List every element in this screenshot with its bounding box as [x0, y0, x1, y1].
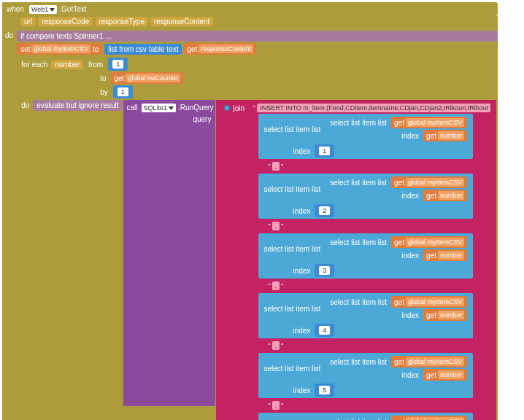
get-number[interactable]: get number — [423, 369, 467, 381]
select-list-label: select list item list — [261, 363, 323, 374]
select-list-label: select list item list — [328, 297, 389, 308]
index-value[interactable]: 3 — [318, 265, 331, 276]
component-dropdown[interactable]: Web1 — [29, 5, 57, 14]
join-label: join — [233, 104, 244, 112]
for-each-label: for each — [18, 59, 50, 70]
index-label: index — [290, 206, 312, 217]
get-label: get — [114, 74, 124, 82]
set-label: set — [20, 45, 30, 53]
index-label: index — [290, 325, 312, 336]
index-value[interactable]: 5 — [318, 385, 331, 395]
select-list-label: select list item list — [261, 124, 323, 135]
by-value[interactable]: 1 — [117, 87, 129, 97]
get-label: get — [187, 45, 197, 53]
query-label: query — [190, 113, 213, 125]
index-label: index — [399, 250, 421, 261]
index-label: index — [290, 265, 312, 276]
select-list-outer[interactable]: select list item listselect list item li… — [258, 353, 494, 398]
select-list-outer[interactable]: select list item listselect list item li… — [258, 293, 494, 338]
select-list-label: select list item list — [328, 117, 389, 128]
index-value[interactable]: 1 — [318, 146, 331, 156]
select-list-label: select list item list — [328, 237, 389, 248]
call-runquery[interactable]: call SQLite1 .RunQuery query — [123, 100, 216, 406]
set-block[interactable]: set global myItemCSV to list from csv ta… — [17, 43, 498, 55]
index-label: index — [399, 310, 421, 321]
comma-text[interactable]: " , " — [264, 340, 494, 351]
to-label: to — [93, 45, 99, 53]
index-value[interactable]: 4 — [318, 325, 331, 335]
index-label: index — [290, 146, 312, 157]
select-list-outer[interactable]: select list item listselect list item li… — [258, 174, 494, 219]
when-gottext-event[interactable]: when Web1 .GotText url responseCode resp… — [2, 2, 498, 420]
if-compare-block[interactable]: if compare texts Spinner1 ... — [17, 31, 498, 42]
index-value[interactable]: 2 — [318, 206, 331, 216]
when-label: when — [4, 4, 27, 15]
select-list-outer[interactable]: select list item listselect list item li… — [258, 233, 494, 279]
get-number[interactable]: get number — [423, 249, 467, 261]
index-label: index — [399, 370, 421, 381]
list-from-csv: list from csv table text — [108, 45, 178, 53]
select-list-label: select list item list — [328, 177, 389, 188]
get-global-csv[interactable]: get global myItemCSV — [391, 176, 467, 188]
select-list-label: select list item list — [261, 303, 323, 314]
do-label: do — [18, 100, 32, 111]
for-each-block[interactable]: for each number from 1 to get global nuC… — [17, 56, 498, 420]
method-name: .RunQuery — [178, 104, 213, 112]
do-label: do — [2, 30, 16, 41]
set-var[interactable]: global myItemCSV — [31, 44, 90, 53]
to-label: to — [96, 73, 110, 84]
select-list-label: select list item list — [328, 416, 389, 421]
get-global-csv[interactable]: get global myItemCSV — [391, 236, 467, 248]
comma-text[interactable]: " , " — [264, 220, 494, 232]
call-label: call — [126, 102, 139, 113]
sql-text[interactable]: INSERT INTO m_item (Fend,CDitem,itemname… — [257, 104, 490, 112]
index-label: index — [290, 385, 312, 396]
index-label: index — [399, 131, 421, 141]
comma-text[interactable]: " , " — [264, 160, 494, 172]
select-list-label: select list item list — [261, 244, 323, 254]
get-global-csv[interactable]: get global myItemCSV — [391, 356, 467, 368]
eval-label: evaluate but ignore result — [36, 101, 118, 109]
get-number[interactable]: get number — [423, 190, 467, 201]
index-label: index — [399, 190, 421, 201]
param-responsetype: responseType — [95, 17, 148, 26]
get-global-csv[interactable]: get global myItemCSV — [391, 296, 467, 308]
to-var[interactable]: global nuCounter — [126, 74, 180, 82]
sqlite-dropdown[interactable]: SQLite1 — [142, 104, 177, 112]
get-var[interactable]: responseContent — [199, 44, 253, 53]
by-label: by — [96, 87, 112, 98]
select-list-label: select list item list — [328, 357, 389, 368]
if-label: if compare texts Spinner1 ... — [20, 32, 112, 40]
comma-text[interactable]: " , " — [264, 400, 494, 411]
param-url: url — [20, 17, 36, 26]
join-block[interactable]: join " INSERT INTO m_item (Fend,CDitem,i… — [216, 100, 496, 420]
param-responsecode: responseCode — [38, 17, 93, 26]
loop-var[interactable]: number — [51, 60, 83, 69]
event-params: url responseCode responseType responseCo… — [2, 16, 498, 30]
get-number[interactable]: get number — [423, 130, 467, 141]
comma-text[interactable]: " , " — [264, 280, 494, 292]
from-label: from — [84, 59, 107, 70]
get-global-csv[interactable]: get global myItemCSV — [391, 117, 467, 128]
get-global-csv[interactable]: get global myItemCSV — [391, 416, 467, 420]
event-name: .GotText — [59, 5, 86, 13]
gear-icon[interactable] — [224, 105, 230, 111]
select-list-outer[interactable]: select list item listselect list item li… — [258, 413, 494, 420]
select-list-label: select list item list — [261, 184, 323, 195]
from-value[interactable]: 1 — [112, 59, 124, 69]
get-number[interactable]: get number — [423, 309, 467, 321]
param-responsecontent: responseContent — [150, 17, 213, 26]
select-list-outer[interactable]: select list item listselect list item li… — [258, 114, 494, 159]
